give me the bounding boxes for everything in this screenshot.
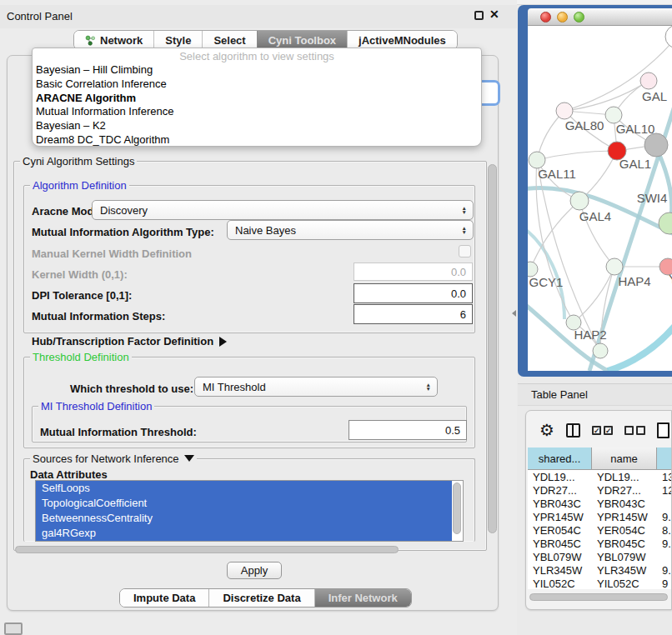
hub-definition-expander[interactable]: Hub/Transcription Factor Definition [32,335,227,348]
settings-horizontal-scrollbar[interactable] [15,546,399,553]
table-row[interactable]: YLR345WYLR345W9. [528,563,672,577]
unselect-all-columns-icon[interactable] [624,426,645,435]
dpi-tolerance-input[interactable]: 0.0 [354,283,473,303]
tab-label: Style [165,34,191,47]
node-label: HAP4 [618,274,650,288]
tab-discretize-data[interactable]: Discretize Data [208,589,313,607]
table-cell: 8. [657,523,672,537]
group-title: Algorithm Definition [30,179,129,192]
tab-cyni-toolbox[interactable]: Cyni Toolbox [257,31,347,49]
network-node[interactable] [644,133,668,157]
network-node[interactable] [665,26,672,48]
node-label: GAL80 [565,118,604,132]
network-window-titlebar[interactable] [528,8,672,26]
network-edge[interactable] [537,151,617,160]
tab-impute-data[interactable]: Impute Data [120,589,208,607]
attribute-item-selected[interactable]: gal4RGexp [36,526,452,541]
dropdown-item[interactable]: Dream8 DC_TDC Algorithm [33,133,481,148]
table-cell: YDL19... [528,470,592,483]
table-cell: 9 [657,577,672,589]
node-label: GAL [642,89,667,103]
network-node[interactable] [640,72,657,89]
node-table[interactable]: shared...name YDL19...YDL19...13YDR27...… [528,448,672,589]
tab-label: Network [100,34,143,47]
network-node[interactable] [529,152,545,168]
network-graph: GALGAL80GAL10GAL1GAL11SWI4GAL4GCY1HAP4YH… [528,26,672,371]
table-panel-title: Table Panel [531,388,588,401]
column-header[interactable] [657,448,672,469]
tab-network[interactable]: Network [74,31,153,49]
table-row[interactable]: YPR145WYPR145W9. [528,510,672,523]
table-cell: YBR045C [592,537,657,550]
mi-threshold-input[interactable]: 0.5 [349,420,467,440]
tab-jactivemnodules[interactable]: jActiveMNodules [347,31,457,49]
mi-steps-input[interactable]: 6 [354,304,473,324]
tab-select[interactable]: Select [202,31,256,49]
gear-icon[interactable]: ⚙ [539,422,554,438]
which-threshold-select[interactable]: MI Threshold ▲▼ [194,377,438,397]
manual-kernel-checkbox[interactable] [459,245,471,258]
table-row[interactable]: YIL052CYIL052C9 [528,577,672,589]
data-attributes-list[interactable]: SelfLoopsTopologicalCoefficientBetweenne… [35,480,464,542]
minimize-window-icon[interactable] [557,12,568,22]
dropdown-item[interactable]: ARACNE Algorithm [33,92,481,106]
node-label: GAL1 [619,157,651,171]
table-row[interactable]: YBR043CYBR043C [528,497,672,510]
checked-box-icon: ✓ [592,426,601,435]
tab-style[interactable]: Style [153,31,202,49]
tab-infer-network[interactable]: Infer Network [314,589,411,607]
hub-definition-label: Hub/Transcription Factor Definition [32,335,213,348]
aracne-mode-select[interactable]: Discovery ▲▼ [92,200,474,220]
mi-type-select[interactable]: Naive Bayes ▲▼ [227,220,474,240]
network-node[interactable] [556,102,573,119]
network-node[interactable] [659,212,672,234]
table-horizontal-scrollbar[interactable] [529,593,668,601]
table-row[interactable]: YBL079WYBL079W [528,550,672,563]
table-row[interactable]: YER054CYER054C8. [528,523,672,537]
dropdown-item[interactable]: Bayesian – Hill Climbing [33,63,481,78]
column-header[interactable]: shared... [528,448,592,469]
float-window-icon[interactable] [474,11,484,20]
splitter-handle-icon[interactable] [512,310,516,317]
network-node[interactable] [605,107,622,123]
tab-label: Cyni Toolbox [268,34,336,47]
column-header[interactable]: name [592,448,657,469]
kernel-width-label: Kernel Width (0,1): [32,268,128,281]
table-row[interactable]: YDR27...YDR27...12 [528,483,672,497]
table-row[interactable]: YDL19...YDL19...13 [528,470,672,483]
export-table-icon[interactable] [657,422,669,438]
kernel-width-input[interactable]: 0.0 [354,262,473,281]
table-cell: YBL079W [592,550,657,563]
close-window-icon[interactable] [540,12,551,22]
attribute-item-selected[interactable]: TopologicalCoefficient [36,496,452,511]
network-node[interactable] [570,192,589,210]
dropdown-placeholder: Select algorithm to view settings [33,50,481,63]
network-node[interactable] [593,343,608,358]
table-header-row: shared...name [528,448,672,470]
collapsed-panel-icon[interactable] [4,622,23,635]
selected-value: Naive Bayes [235,224,296,237]
zoom-window-icon[interactable] [574,12,584,22]
close-panel-icon[interactable]: ✕ [489,8,499,21]
table-row[interactable]: YBR045CYBR045C9. [528,537,672,550]
dropdown-item[interactable]: Basic Correlation Inference [33,78,481,92]
settings-vertical-scrollbar[interactable] [488,164,497,533]
columns-icon[interactable] [566,423,580,438]
network-canvas[interactable]: GALGAL80GAL10GAL1GAL11SWI4GAL4GCY1HAP4YH… [528,26,672,371]
attribute-item-selected[interactable]: BetweennessCentrality [36,511,452,526]
table-cell: YIL052C [592,577,657,589]
network-node[interactable] [606,258,623,275]
attributes-list-scrollbar[interactable] [453,482,461,534]
dropdown-item[interactable]: Mutual Information Inference [33,105,481,119]
table-cell: YBL079W [528,550,592,563]
network-edge-highlighted[interactable] [608,322,672,371]
apply-button[interactable]: Apply [227,562,282,579]
table-toolbar: ⚙ ✓✓ [526,418,672,442]
attribute-item-selected[interactable]: SelfLoops [36,481,452,496]
select-all-columns-icon[interactable]: ✓✓ [592,426,613,435]
tab-label: jActiveMNodules [359,34,446,47]
expand-arrow-icon [219,337,227,347]
stepper-icon: ▲▼ [462,221,467,239]
dropdown-item[interactable]: Bayesian – K2 [33,119,481,133]
collapse-arrow-icon[interactable] [184,455,194,462]
